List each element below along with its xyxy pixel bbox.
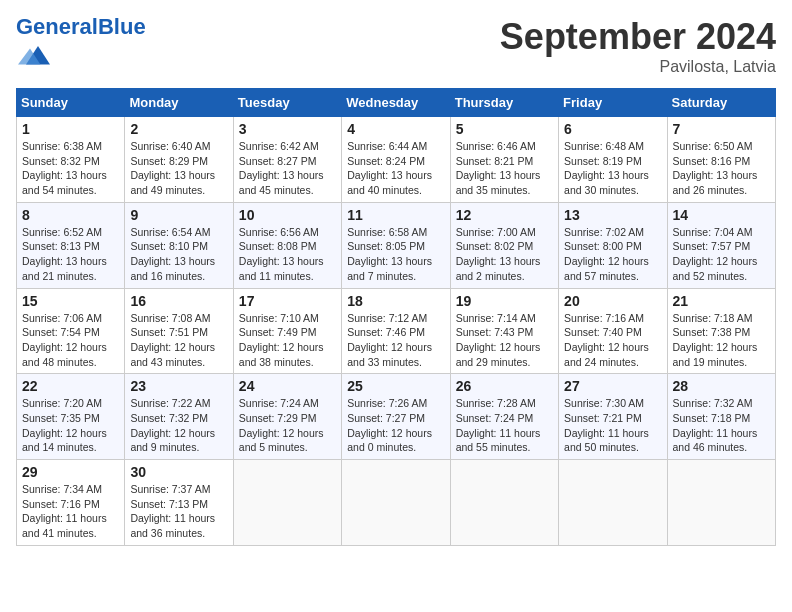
calendar-week-1: 1Sunrise: 6:38 AMSunset: 8:32 PMDaylight…	[17, 117, 776, 203]
logo-blue: Blue	[98, 14, 146, 39]
page-header: GeneralBlue September 2024 Pavilosta, La…	[16, 16, 776, 76]
month-year: September 2024	[500, 16, 776, 58]
weekday-header-monday: Monday	[125, 89, 233, 117]
calendar-cell: 22Sunrise: 7:20 AMSunset: 7:35 PMDayligh…	[17, 374, 125, 460]
calendar-cell: 16Sunrise: 7:08 AMSunset: 7:51 PMDayligh…	[125, 288, 233, 374]
day-number: 21	[673, 293, 770, 309]
day-number: 8	[22, 207, 119, 223]
day-number: 13	[564, 207, 661, 223]
day-number: 2	[130, 121, 227, 137]
calendar-cell	[233, 460, 341, 546]
day-number: 26	[456, 378, 553, 394]
calendar-cell: 27Sunrise: 7:30 AMSunset: 7:21 PMDayligh…	[559, 374, 667, 460]
day-info: Sunrise: 7:28 AMSunset: 7:24 PMDaylight:…	[456, 396, 553, 455]
day-number: 18	[347, 293, 444, 309]
day-info: Sunrise: 7:12 AMSunset: 7:46 PMDaylight:…	[347, 311, 444, 370]
calendar-cell	[450, 460, 558, 546]
calendar-cell: 21Sunrise: 7:18 AMSunset: 7:38 PMDayligh…	[667, 288, 775, 374]
weekday-header-thursday: Thursday	[450, 89, 558, 117]
calendar-cell: 30Sunrise: 7:37 AMSunset: 7:13 PMDayligh…	[125, 460, 233, 546]
day-number: 12	[456, 207, 553, 223]
day-info: Sunrise: 6:48 AMSunset: 8:19 PMDaylight:…	[564, 139, 661, 198]
day-info: Sunrise: 6:54 AMSunset: 8:10 PMDaylight:…	[130, 225, 227, 284]
day-number: 20	[564, 293, 661, 309]
day-info: Sunrise: 7:37 AMSunset: 7:13 PMDaylight:…	[130, 482, 227, 541]
day-number: 23	[130, 378, 227, 394]
day-number: 11	[347, 207, 444, 223]
calendar-cell: 19Sunrise: 7:14 AMSunset: 7:43 PMDayligh…	[450, 288, 558, 374]
day-info: Sunrise: 6:42 AMSunset: 8:27 PMDaylight:…	[239, 139, 336, 198]
day-number: 6	[564, 121, 661, 137]
calendar-cell: 3Sunrise: 6:42 AMSunset: 8:27 PMDaylight…	[233, 117, 341, 203]
calendar-cell: 28Sunrise: 7:32 AMSunset: 7:18 PMDayligh…	[667, 374, 775, 460]
calendar-cell: 11Sunrise: 6:58 AMSunset: 8:05 PMDayligh…	[342, 202, 450, 288]
calendar-week-3: 15Sunrise: 7:06 AMSunset: 7:54 PMDayligh…	[17, 288, 776, 374]
day-info: Sunrise: 7:02 AMSunset: 8:00 PMDaylight:…	[564, 225, 661, 284]
day-info: Sunrise: 7:04 AMSunset: 7:57 PMDaylight:…	[673, 225, 770, 284]
calendar-cell: 10Sunrise: 6:56 AMSunset: 8:08 PMDayligh…	[233, 202, 341, 288]
day-info: Sunrise: 6:38 AMSunset: 8:32 PMDaylight:…	[22, 139, 119, 198]
day-info: Sunrise: 7:26 AMSunset: 7:27 PMDaylight:…	[347, 396, 444, 455]
calendar-cell	[667, 460, 775, 546]
calendar-cell: 5Sunrise: 6:46 AMSunset: 8:21 PMDaylight…	[450, 117, 558, 203]
day-info: Sunrise: 6:50 AMSunset: 8:16 PMDaylight:…	[673, 139, 770, 198]
day-info: Sunrise: 6:46 AMSunset: 8:21 PMDaylight:…	[456, 139, 553, 198]
calendar-cell: 25Sunrise: 7:26 AMSunset: 7:27 PMDayligh…	[342, 374, 450, 460]
day-info: Sunrise: 7:16 AMSunset: 7:40 PMDaylight:…	[564, 311, 661, 370]
day-number: 4	[347, 121, 444, 137]
calendar-cell: 1Sunrise: 6:38 AMSunset: 8:32 PMDaylight…	[17, 117, 125, 203]
calendar-cell: 13Sunrise: 7:02 AMSunset: 8:00 PMDayligh…	[559, 202, 667, 288]
day-info: Sunrise: 6:44 AMSunset: 8:24 PMDaylight:…	[347, 139, 444, 198]
calendar-cell: 7Sunrise: 6:50 AMSunset: 8:16 PMDaylight…	[667, 117, 775, 203]
day-info: Sunrise: 7:22 AMSunset: 7:32 PMDaylight:…	[130, 396, 227, 455]
logo-icon	[18, 38, 50, 70]
day-number: 5	[456, 121, 553, 137]
title-block: September 2024 Pavilosta, Latvia	[500, 16, 776, 76]
calendar-cell: 20Sunrise: 7:16 AMSunset: 7:40 PMDayligh…	[559, 288, 667, 374]
day-number: 19	[456, 293, 553, 309]
day-info: Sunrise: 7:24 AMSunset: 7:29 PMDaylight:…	[239, 396, 336, 455]
calendar-cell: 14Sunrise: 7:04 AMSunset: 7:57 PMDayligh…	[667, 202, 775, 288]
location: Pavilosta, Latvia	[500, 58, 776, 76]
calendar-cell: 6Sunrise: 6:48 AMSunset: 8:19 PMDaylight…	[559, 117, 667, 203]
day-number: 1	[22, 121, 119, 137]
day-number: 29	[22, 464, 119, 480]
calendar-week-2: 8Sunrise: 6:52 AMSunset: 8:13 PMDaylight…	[17, 202, 776, 288]
weekday-header-row: SundayMondayTuesdayWednesdayThursdayFrid…	[17, 89, 776, 117]
calendar-week-4: 22Sunrise: 7:20 AMSunset: 7:35 PMDayligh…	[17, 374, 776, 460]
day-number: 25	[347, 378, 444, 394]
day-info: Sunrise: 6:56 AMSunset: 8:08 PMDaylight:…	[239, 225, 336, 284]
day-info: Sunrise: 7:34 AMSunset: 7:16 PMDaylight:…	[22, 482, 119, 541]
day-info: Sunrise: 7:06 AMSunset: 7:54 PMDaylight:…	[22, 311, 119, 370]
calendar-cell: 17Sunrise: 7:10 AMSunset: 7:49 PMDayligh…	[233, 288, 341, 374]
calendar-cell: 18Sunrise: 7:12 AMSunset: 7:46 PMDayligh…	[342, 288, 450, 374]
day-number: 14	[673, 207, 770, 223]
logo-general: General	[16, 14, 98, 39]
day-info: Sunrise: 7:20 AMSunset: 7:35 PMDaylight:…	[22, 396, 119, 455]
day-number: 17	[239, 293, 336, 309]
calendar-cell: 24Sunrise: 7:24 AMSunset: 7:29 PMDayligh…	[233, 374, 341, 460]
day-number: 30	[130, 464, 227, 480]
weekday-header-sunday: Sunday	[17, 89, 125, 117]
day-info: Sunrise: 7:10 AMSunset: 7:49 PMDaylight:…	[239, 311, 336, 370]
day-number: 22	[22, 378, 119, 394]
weekday-header-friday: Friday	[559, 89, 667, 117]
day-number: 16	[130, 293, 227, 309]
calendar-cell: 2Sunrise: 6:40 AMSunset: 8:29 PMDaylight…	[125, 117, 233, 203]
day-info: Sunrise: 6:52 AMSunset: 8:13 PMDaylight:…	[22, 225, 119, 284]
day-info: Sunrise: 7:30 AMSunset: 7:21 PMDaylight:…	[564, 396, 661, 455]
calendar-week-5: 29Sunrise: 7:34 AMSunset: 7:16 PMDayligh…	[17, 460, 776, 546]
calendar-cell	[342, 460, 450, 546]
day-number: 28	[673, 378, 770, 394]
logo-text: GeneralBlue	[16, 16, 146, 38]
calendar-cell: 15Sunrise: 7:06 AMSunset: 7:54 PMDayligh…	[17, 288, 125, 374]
calendar-table: SundayMondayTuesdayWednesdayThursdayFrid…	[16, 88, 776, 546]
day-info: Sunrise: 6:58 AMSunset: 8:05 PMDaylight:…	[347, 225, 444, 284]
day-number: 7	[673, 121, 770, 137]
calendar-cell: 8Sunrise: 6:52 AMSunset: 8:13 PMDaylight…	[17, 202, 125, 288]
weekday-header-saturday: Saturday	[667, 89, 775, 117]
day-info: Sunrise: 6:40 AMSunset: 8:29 PMDaylight:…	[130, 139, 227, 198]
calendar-cell: 29Sunrise: 7:34 AMSunset: 7:16 PMDayligh…	[17, 460, 125, 546]
day-number: 3	[239, 121, 336, 137]
day-number: 15	[22, 293, 119, 309]
